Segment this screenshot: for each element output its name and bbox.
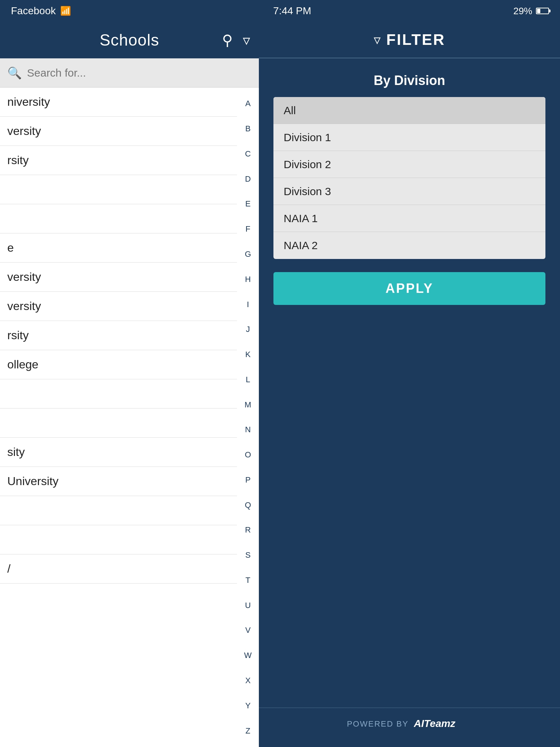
powered-by-text: POWERED BY — [347, 719, 408, 729]
alpha-n[interactable]: N — [245, 426, 251, 434]
alpha-h[interactable]: H — [245, 275, 251, 283]
list-item[interactable]: niversity — [0, 88, 237, 117]
alpha-z[interactable]: Z — [245, 727, 250, 735]
alpha-a[interactable]: A — [245, 100, 251, 108]
list-item[interactable]: sity — [0, 438, 237, 467]
svg-text:AITeamz: AITeamz — [414, 718, 456, 729]
list-item[interactable] — [0, 525, 237, 554]
search-input[interactable] — [27, 67, 252, 79]
division-item-all[interactable]: All — [273, 97, 545, 124]
filter-title: FILTER — [386, 31, 446, 49]
alpha-x[interactable]: X — [245, 677, 251, 685]
list-item[interactable] — [0, 409, 237, 438]
division-item-1[interactable]: Division 1 — [273, 124, 545, 151]
list-item[interactable]: rsity — [0, 146, 237, 175]
alpha-e[interactable]: E — [245, 200, 251, 208]
filter-icon[interactable]: ▿ — [243, 32, 250, 49]
status-bar: Facebook 📶 7:44 PM 29% — [0, 0, 560, 22]
alpha-f[interactable]: F — [245, 225, 250, 233]
alpha-v[interactable]: V — [245, 626, 251, 634]
alpha-w[interactable]: W — [244, 651, 252, 659]
list-item[interactable]: ollege — [0, 350, 237, 379]
list-item[interactable] — [0, 204, 237, 233]
status-left: Facebook 📶 — [11, 5, 71, 17]
list-item[interactable]: e — [0, 233, 237, 263]
alpha-u[interactable]: U — [245, 601, 251, 609]
list-item[interactable]: versity — [0, 117, 237, 146]
status-time: 7:44 PM — [273, 5, 311, 17]
alpha-j[interactable]: J — [246, 325, 250, 333]
list-item[interactable] — [0, 379, 237, 409]
search-icon[interactable]: ⚲ — [222, 32, 233, 49]
division-item-naia2[interactable]: NAIA 2 — [273, 232, 545, 259]
carrier-label: Facebook — [11, 5, 56, 17]
alpha-k[interactable]: K — [245, 351, 251, 359]
alpha-p[interactable]: P — [245, 476, 251, 484]
alpha-t[interactable]: T — [245, 576, 250, 584]
alpha-m[interactable]: M — [245, 401, 251, 409]
alpha-o[interactable]: O — [245, 451, 251, 459]
battery-icon — [536, 8, 549, 14]
alpha-i[interactable]: I — [247, 301, 249, 309]
header-icons: ⚲ ▿ — [222, 32, 250, 49]
wifi-icon: 📶 — [60, 6, 71, 16]
filter-panel: By Division All Division 1 Division 2 Di… — [259, 58, 560, 747]
battery-percent: 29% — [513, 5, 532, 17]
main-content: 🔍 niversity versity rsity e versity vers… — [0, 58, 259, 747]
status-right: 29% — [513, 5, 549, 17]
list-item[interactable]: / — [0, 554, 237, 584]
alphabet-sidebar: A B C D E F G H I J K L M N O P Q R S T … — [237, 88, 259, 747]
powered-by-footer: POWERED BY AITeamz — [259, 708, 560, 732]
page-title: Schools — [100, 31, 159, 49]
alpha-l[interactable]: L — [246, 376, 250, 384]
list-item[interactable]: versity — [0, 263, 237, 292]
alpha-g[interactable]: G — [245, 250, 251, 258]
division-item-naia1[interactable]: NAIA 1 — [273, 205, 545, 232]
alpha-b[interactable]: B — [245, 125, 251, 133]
alpha-r[interactable]: R — [245, 526, 251, 534]
list-item[interactable]: versity — [0, 292, 237, 321]
alpha-y[interactable]: Y — [245, 702, 251, 710]
by-division-title: By Division — [273, 73, 545, 88]
powered-by-logo: AITeamz — [414, 715, 472, 732]
division-item-2[interactable]: Division 2 — [273, 151, 545, 178]
filter-funnel-icon: ▿ — [374, 32, 381, 48]
division-list: All Division 1 Division 2 Division 3 NAI… — [273, 97, 545, 259]
alpha-s[interactable]: S — [245, 551, 251, 559]
filter-title-area: ▿ FILTER — [374, 31, 446, 49]
list-item[interactable]: University — [0, 467, 237, 496]
school-list: niversity versity rsity e versity versit… — [0, 88, 237, 747]
alpha-q[interactable]: Q — [245, 501, 251, 509]
list-item[interactable]: rsity — [0, 321, 237, 350]
alpha-d[interactable]: D — [245, 175, 251, 183]
division-item-3[interactable]: Division 3 — [273, 178, 545, 205]
list-item[interactable] — [0, 175, 237, 204]
apply-button[interactable]: APPLY — [273, 272, 545, 305]
search-bar: 🔍 — [0, 58, 259, 88]
list-item[interactable] — [0, 496, 237, 525]
filter-header: ▿ FILTER — [259, 22, 560, 58]
alpha-c[interactable]: C — [245, 150, 251, 158]
schools-header: Schools ⚲ ▿ — [0, 22, 259, 58]
search-bar-icon: 🔍 — [7, 66, 22, 80]
